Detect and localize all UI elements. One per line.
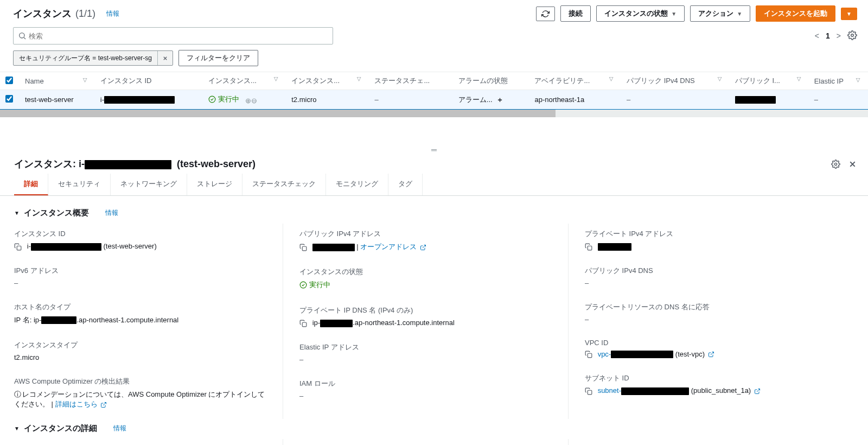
info-link[interactable]: 情報 <box>106 9 119 18</box>
tab-tags[interactable]: タグ <box>388 174 423 195</box>
cell-state: 実行中 ⊕⊖ <box>203 90 286 110</box>
refresh-icon <box>541 10 550 18</box>
tab-monitoring[interactable]: モニタリング <box>326 174 388 195</box>
check-circle-icon <box>299 281 307 289</box>
copy-icon <box>585 351 592 358</box>
col-state[interactable]: インスタンス...▷ <box>203 72 286 90</box>
copy-button[interactable] <box>14 243 22 251</box>
launch-dropdown-button[interactable]: ▼ <box>841 8 857 20</box>
field-private-resource-dns: プライベートリソースの DNS 名に応答 – <box>585 297 843 333</box>
cell-alarm: アラーム... ＋ <box>453 90 529 110</box>
external-link-icon <box>420 244 426 251</box>
copy-button[interactable] <box>299 244 307 251</box>
col-name[interactable]: Name▷ <box>20 72 95 90</box>
clear-filters-button[interactable]: フィルターをクリア <box>178 50 258 66</box>
next-page-button[interactable]: > <box>837 31 841 40</box>
table-row[interactable]: test-web-server i- 実行中 ⊕⊖ t2.micro – アラー… <box>0 90 868 110</box>
col-public-ip[interactable]: パブリック I...▷ <box>730 72 809 90</box>
field-public-dns: パブリック IPv4 DNS – <box>585 260 843 297</box>
svg-rect-12 <box>302 322 307 327</box>
col-eip[interactable]: Elastic IP▷ <box>809 72 868 90</box>
launch-instance-button[interactable]: インスタンスを起動 <box>756 5 835 22</box>
svg-point-0 <box>20 33 24 38</box>
open-address-link[interactable]: オープンアドレス <box>360 243 426 251</box>
close-icon <box>848 160 857 169</box>
tab-storage[interactable]: ストレージ <box>187 174 242 195</box>
overview-section-header[interactable]: ▼ インスタンス概要 情報 <box>14 204 854 224</box>
details-info-link[interactable]: 情報 <box>113 424 126 433</box>
col-instance-id[interactable]: インスタンス ID <box>95 72 203 90</box>
chevron-down-icon: ▼ <box>846 11 852 17</box>
svg-point-2 <box>851 34 854 36</box>
col-type[interactable]: インスタンス...▷ <box>286 72 369 90</box>
svg-rect-9 <box>17 246 21 250</box>
detail-panel-header: インスタンス: i- (test-web-server) <box>0 155 868 174</box>
field-instance-type: インスタンスタイプ t2.micro <box>14 335 272 371</box>
zoom-out-icon[interactable]: ⊖ <box>251 97 257 105</box>
col-az[interactable]: アベイラビリテ...▷ <box>529 72 621 90</box>
page-title: インスタンス (1/1) <box>13 7 95 20</box>
chevron-down-icon: ▼ <box>671 11 676 17</box>
copy-button[interactable] <box>585 387 592 395</box>
horizontal-scrollbar[interactable] <box>0 110 868 117</box>
copy-icon <box>299 244 307 251</box>
split-drag-handle[interactable]: ═ <box>0 144 868 155</box>
svg-rect-10 <box>302 246 307 251</box>
connect-button[interactable]: 接続 <box>560 5 591 22</box>
filter-chip: セキュリティグループ名 = test-web-server-sg <box>13 50 173 66</box>
col-public-dns[interactable]: パブリック IPv4 DNS▷ <box>621 72 730 90</box>
tab-security[interactable]: セキュリティ <box>48 174 111 195</box>
close-icon <box>162 55 168 61</box>
tab-details[interactable]: 詳細 <box>14 174 48 195</box>
optimizer-link[interactable]: 詳細はこちら <box>55 400 107 408</box>
prev-page-button[interactable]: < <box>815 31 819 40</box>
search-icon <box>18 31 27 40</box>
field-compute-optimizer: AWS Compute Optimizer の検出結果 ⓘレコメンデーションにつ… <box>14 371 272 419</box>
copy-icon <box>585 243 592 251</box>
detail-sections: ▼ インスタンス概要 情報 インスタンス ID i- (test-web-ser… <box>0 196 868 445</box>
collapse-icon: ▼ <box>14 425 20 431</box>
svg-rect-13 <box>588 246 592 250</box>
instances-table: Name▷ インスタンス ID インスタンス...▷ インスタンス...▷ ステ… <box>0 72 868 110</box>
add-alarm-button[interactable]: ＋ <box>496 96 503 104</box>
page-header: インスタンス (1/1) 情報 接続 インスタンスの状態 ▼ アクション ▼ イ… <box>0 0 868 26</box>
cell-az: ap-northeast-1a <box>529 90 621 110</box>
actions-button[interactable]: アクション ▼ <box>690 5 750 22</box>
cell-eip: – <box>809 90 868 110</box>
remove-filter-button[interactable] <box>157 51 173 65</box>
copy-button[interactable] <box>299 320 307 327</box>
search-input[interactable] <box>27 30 328 42</box>
field-hostname-type: ホスト名のタイプ IP 名: ip-.ap-northeast-1.comput… <box>14 297 272 335</box>
svg-line-1 <box>24 37 25 39</box>
field-elastic-ip: Elastic IP アドレス – <box>299 337 557 373</box>
svg-rect-15 <box>588 390 592 395</box>
instance-state-button[interactable]: インスタンスの状態 ▼ <box>596 5 685 22</box>
field-ipv6: IPv6 アドレス – <box>14 260 272 297</box>
search-box[interactable] <box>13 27 333 44</box>
select-all-checkbox[interactable] <box>5 77 13 84</box>
row-checkbox[interactable] <box>5 95 13 103</box>
cell-type: t2.micro <box>286 90 369 110</box>
cell-public-ip <box>730 90 809 110</box>
details-section-header[interactable]: ▼ インスタンスの詳細 情報 <box>14 419 854 439</box>
zoom-in-icon[interactable]: ⊕ <box>245 97 251 105</box>
col-alarm[interactable]: アラームの状態 <box>453 72 529 90</box>
field-subnet-id: サブネット ID subnet- (public_subnet_1a) <box>585 368 843 405</box>
overview-info-link[interactable]: 情報 <box>105 208 118 218</box>
close-panel-button[interactable] <box>848 160 857 169</box>
tab-status[interactable]: ステータスチェック <box>242 174 326 195</box>
vpc-link[interactable]: vpc- <box>598 350 674 358</box>
field-public-ipv4: パブリック IPv4 アドレス | オープンアドレス <box>299 224 557 262</box>
settings-button[interactable] <box>847 30 857 42</box>
field-private-ipv4: プライベート IPv4 アドレス <box>585 224 843 260</box>
copy-button[interactable] <box>585 351 592 358</box>
tab-networking[interactable]: ネットワーキング <box>111 174 187 195</box>
refresh-button[interactable] <box>536 7 555 21</box>
collapse-icon: ▼ <box>14 210 20 216</box>
subnet-link[interactable]: subnet- <box>598 386 689 395</box>
panel-settings-button[interactable] <box>831 160 840 169</box>
detail-title: インスタンス: i- (test-web-server) <box>14 157 256 170</box>
col-status[interactable]: ステータスチェ... <box>369 72 452 90</box>
cell-instance-id: i- <box>95 90 203 110</box>
copy-button[interactable] <box>585 243 592 251</box>
